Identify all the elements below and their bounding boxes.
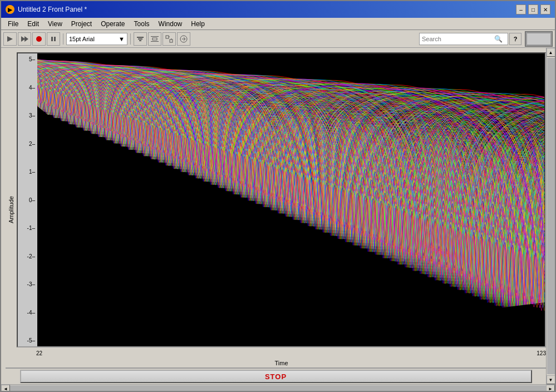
stop-bar: STOP [6,367,546,384]
menu-window[interactable]: Window [154,19,187,29]
svg-rect-5 [54,37,56,41]
menu-help[interactable]: Help [186,19,209,29]
resize-button[interactable] [163,32,176,46]
pause-button[interactable] [47,32,60,46]
title-bar-left: ▶ Untitled 2 Front Panel * [6,5,87,14]
y-ticks: 5– 4– 3– 2– 1– 0– -1– -2– -3– -4– -5– [18,53,37,346]
svg-rect-10 [151,41,159,42]
app-icon: ▶ [6,5,14,14]
menu-view[interactable]: View [43,19,67,29]
maximize-button[interactable]: □ [528,4,538,14]
content-row: Amplitude 5– 4– 3– 2– 1– 0– -1– [1,48,555,384]
run-continuously-button[interactable] [18,32,31,46]
font-dropdown-value: 15pt Arial [69,36,95,42]
align-button[interactable] [134,32,147,46]
toolbar-separator-1 [63,33,63,45]
close-button[interactable]: ✕ [540,4,550,14]
search-container[interactable]: 🔍 [419,33,508,45]
minimize-button[interactable]: – [516,4,526,14]
right-scrollbar[interactable]: ▲ ▼ [546,48,555,384]
help-button[interactable]: ? [509,33,521,45]
svg-rect-18 [527,33,550,45]
chart-inner: 5– 4– 3– 2– 1– 0– -1– -2– -3– -4– -5– [17,52,546,367]
search-input[interactable] [422,36,494,42]
scroll-track-horizontal[interactable] [10,385,546,393]
y-tick-1: 1– [18,169,37,175]
scroll-up-button[interactable]: ▲ [547,48,555,57]
x-tick-min: 22 [36,350,42,356]
y-tick-neg2: -2– [18,253,37,259]
scroll-left-button[interactable]: ◄ [1,385,10,393]
svg-marker-1 [21,36,25,42]
y-tick-neg5: -5– [18,337,37,344]
svg-rect-11 [152,38,157,40]
svg-rect-8 [139,40,141,41]
svg-rect-13 [170,40,173,42]
font-dropdown[interactable]: 15pt Arial ▼ [66,33,127,45]
x-axis-row: 22 123 [17,347,546,359]
window-controls[interactable]: – □ ✕ [516,4,550,14]
svg-rect-7 [138,38,142,40]
y-tick-5: 5– [18,56,37,62]
menu-project[interactable]: Project [67,19,96,29]
menu-file[interactable]: File [3,19,23,29]
search-icon[interactable]: 🔍 [494,35,503,43]
x-axis-label: Time [17,359,546,367]
title-bar: ▶ Untitled 2 Front Panel * – □ ✕ [1,1,555,18]
menu-operate[interactable]: Operate [96,19,129,29]
reorder-button[interactable] [177,32,190,46]
svg-marker-2 [24,36,28,42]
y-tick-3: 3– [18,112,37,119]
distribute-button[interactable] [148,32,161,46]
toolbar-separator-2 [130,33,131,45]
svg-rect-4 [51,37,53,41]
scroll-track-vertical[interactable] [547,58,555,374]
chart-container: Amplitude 5– 4– 3– 2– 1– 0– -1– [6,52,546,367]
svg-rect-6 [137,37,144,38]
toolbar: 15pt Arial ▼ 🔍 [1,30,555,48]
stop-button[interactable]: STOP [20,370,532,383]
y-tick-0: 0– [18,197,37,203]
chart-plot-area[interactable]: 5– 4– 3– 2– 1– 0– -1– -2– -3– -4– -5– [17,52,546,347]
menu-edit[interactable]: Edit [23,19,43,29]
x-tick-max: 123 [537,350,546,356]
y-axis-label: Amplitude [6,52,17,367]
run-button[interactable] [3,32,17,46]
menu-bar: File Edit View Project Operate Tools Win… [1,18,555,30]
panel-thumbnail [525,31,553,47]
chart-area: Amplitude 5– 4– 3– 2– 1– 0– -1– [1,48,546,384]
waveform-canvas [37,53,545,346]
abort-button[interactable] [32,32,46,46]
y-tick-neg1: -1– [18,225,37,231]
svg-rect-9 [151,36,159,37]
svg-point-3 [36,36,42,42]
plot-background [37,53,545,346]
y-tick-neg4: -4– [18,310,37,316]
scroll-right-button[interactable]: ► [546,385,555,393]
chevron-down-icon: ▼ [119,36,125,42]
svg-rect-12 [166,36,169,38]
y-tick-neg3: -3– [18,281,37,287]
svg-marker-0 [7,36,13,42]
menu-tools[interactable]: Tools [130,19,154,29]
y-tick-2: 2– [18,141,37,147]
bottom-scrollbar[interactable]: ◄ ► [1,384,555,392]
window-title: Untitled 2 Front Panel * [18,6,87,13]
scroll-down-button[interactable]: ▼ [547,375,555,384]
y-tick-4: 4– [18,85,37,91]
main-area: Amplitude 5– 4– 3– 2– 1– 0– -1– [1,48,555,392]
